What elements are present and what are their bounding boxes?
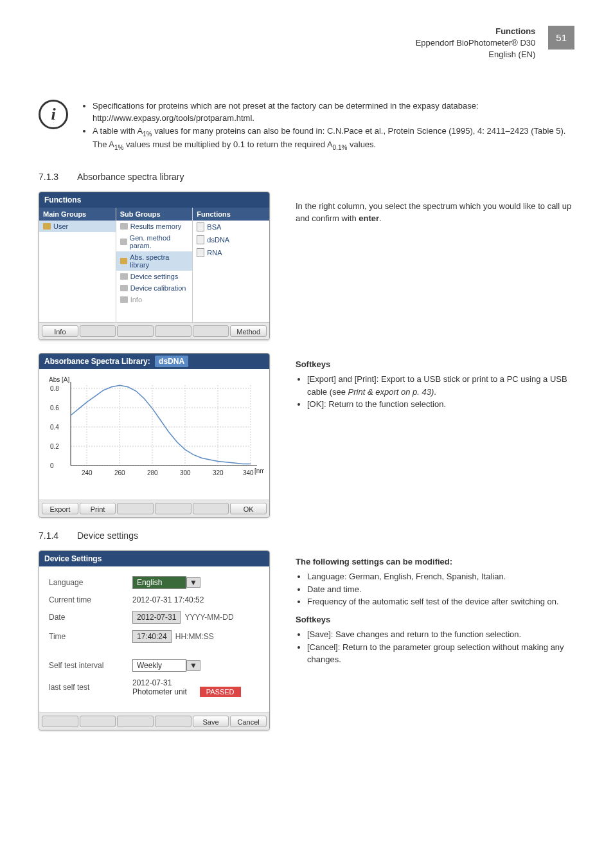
svg-text:300: 300 [180, 469, 191, 476]
spectra-screen: Absorbance Spectra Library: dsDNA Abs [A… [39, 353, 270, 518]
softkey-cancel[interactable]: Cancel [230, 716, 267, 727]
func-dsdna[interactable]: dsDNA [193, 233, 269, 246]
svg-text:320: 320 [213, 469, 224, 476]
section-713: 7.1.3Absorbance spectra library [39, 172, 574, 182]
subgroup-devcal[interactable]: Device calibration [116, 282, 193, 294]
softkey-empty [193, 503, 229, 514]
svg-text:280: 280 [147, 469, 158, 476]
softkey-ok[interactable]: OK [230, 503, 267, 514]
svg-text:0.6: 0.6 [50, 404, 59, 411]
softkey-empty [80, 325, 116, 337]
folder-icon [120, 285, 128, 291]
softkey-export[interactable]: Export [42, 503, 78, 514]
passed-badge: PASSED [200, 687, 241, 697]
folder-icon [120, 273, 128, 280]
svg-text:240: 240 [82, 469, 93, 476]
section-714: 7.1.4Device settings [39, 530, 574, 541]
time-input[interactable]: 17:40:24 [132, 630, 172, 643]
func-bsa[interactable]: BSA [193, 221, 269, 233]
softkey-empty [117, 716, 154, 727]
svg-text:Abs [A]: Abs [A] [49, 376, 69, 383]
device-settings-screen: Device Settings LanguageEnglish▼ Current… [39, 550, 270, 730]
scr3-description: The following settings can be modified: … [296, 550, 574, 730]
functions-screen: Functions Main Groups User Sub Groups Re… [39, 192, 270, 340]
softkey-info[interactable]: Info [42, 325, 78, 337]
svg-text:0.4: 0.4 [50, 424, 59, 431]
main-group-user[interactable]: User [39, 221, 116, 232]
subgroup-devsettings[interactable]: Device settings [116, 271, 193, 282]
svg-text:260: 260 [114, 469, 125, 476]
softkey-method[interactable]: Method [230, 325, 267, 337]
func-rna[interactable]: RNA [193, 246, 269, 259]
folder-icon [120, 239, 127, 245]
softkey-save[interactable]: Save [193, 716, 229, 727]
folder-icon [43, 223, 51, 230]
page-number: 51 [548, 26, 574, 50]
scr2-description: Softkeys [Export] and [Print]: Export to… [296, 353, 574, 518]
softkey-print[interactable]: Print [80, 503, 116, 514]
softkey-empty [155, 503, 191, 514]
subgroup-spectra[interactable]: Abs. spectra library [116, 251, 193, 271]
softkey-empty [117, 503, 154, 514]
info-icon: i [39, 100, 68, 129]
info-text: Specifications for proteins which are no… [81, 100, 574, 152]
document-icon [197, 222, 204, 231]
subgroup-results[interactable]: Results memory [116, 221, 193, 232]
svg-text:0.8: 0.8 [50, 385, 59, 392]
softkey-empty [42, 716, 78, 727]
page-header: Functions Eppendorf BioPhotometer® D30 E… [416, 26, 536, 61]
folder-icon [120, 223, 128, 230]
dropdown-icon[interactable]: ▼ [186, 577, 200, 588]
subgroup-info[interactable]: Info [116, 294, 193, 305]
svg-text:0: 0 [50, 462, 54, 469]
scr1-description: In the right column, you select the spec… [296, 192, 574, 340]
spectra-chart: Abs [A] 0.8 0.6 0.4 0.2 0 240 260 280 30… [44, 375, 264, 491]
dropdown-icon[interactable]: ▼ [186, 660, 200, 671]
softkey-empty [155, 325, 191, 337]
folder-icon [120, 258, 128, 264]
document-icon [197, 248, 204, 257]
subgroup-genmethod[interactable]: Gen. method param. [116, 232, 193, 251]
softkey-empty [80, 716, 116, 727]
svg-text:340: 340 [243, 469, 254, 476]
softkey-empty [193, 325, 229, 337]
svg-text:[nm]: [nm] [254, 467, 264, 475]
language-select[interactable]: English [132, 576, 186, 589]
softkey-empty [155, 716, 191, 727]
folder-icon [120, 296, 128, 303]
date-input[interactable]: 2012-07-31 [132, 611, 181, 624]
selftest-select[interactable]: Weekly [132, 659, 186, 672]
softkey-empty [117, 325, 154, 337]
document-icon [197, 235, 204, 244]
svg-text:0.2: 0.2 [50, 443, 59, 450]
